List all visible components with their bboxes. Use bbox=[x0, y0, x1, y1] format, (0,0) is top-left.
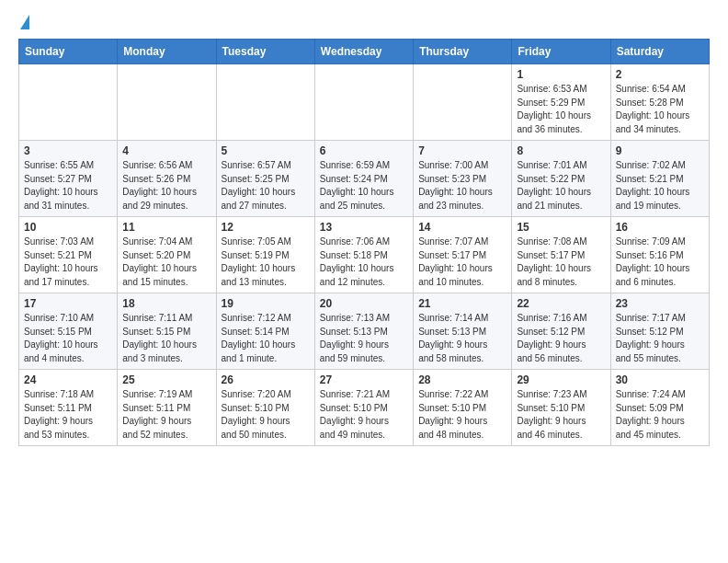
day-number: 19 bbox=[222, 297, 310, 310]
day-info: Sunrise: 7:18 AMSunset: 5:11 PMDaylight:… bbox=[24, 388, 112, 442]
day-info: Sunrise: 7:06 AMSunset: 5:18 PMDaylight:… bbox=[320, 236, 408, 289]
day-info: Sunrise: 7:00 AMSunset: 5:23 PMDaylight:… bbox=[418, 159, 506, 213]
header bbox=[18, 15, 710, 28]
day-info: Sunrise: 7:14 AMSunset: 5:13 PMDaylight:… bbox=[418, 312, 506, 365]
calendar-cell: 7Sunrise: 7:00 AMSunset: 5:23 PMDaylight… bbox=[414, 141, 512, 217]
calendar-week-row: 3Sunrise: 6:55 AMSunset: 5:27 PMDaylight… bbox=[19, 141, 710, 217]
day-number: 13 bbox=[320, 221, 408, 234]
day-number: 21 bbox=[418, 297, 506, 310]
day-number: 7 bbox=[418, 144, 506, 157]
day-number: 2 bbox=[616, 68, 704, 81]
weekday-header-friday: Friday bbox=[512, 40, 610, 64]
day-info: Sunrise: 7:11 AMSunset: 5:15 PMDaylight:… bbox=[122, 312, 210, 365]
day-number: 24 bbox=[24, 373, 112, 386]
day-number: 3 bbox=[24, 144, 112, 157]
day-info: Sunrise: 7:07 AMSunset: 5:17 PMDaylight:… bbox=[418, 236, 506, 289]
day-info: Sunrise: 6:54 AMSunset: 5:28 PMDaylight:… bbox=[616, 83, 704, 136]
weekday-header-monday: Monday bbox=[118, 40, 216, 64]
weekday-header-saturday: Saturday bbox=[610, 40, 709, 64]
weekday-header-sunday: Sunday bbox=[19, 40, 118, 64]
calendar-cell: 18Sunrise: 7:11 AMSunset: 5:15 PMDayligh… bbox=[118, 293, 216, 370]
day-number: 29 bbox=[517, 373, 605, 386]
day-number: 6 bbox=[320, 144, 408, 157]
calendar-week-row: 17Sunrise: 7:10 AMSunset: 5:15 PMDayligh… bbox=[19, 293, 710, 370]
day-number: 25 bbox=[122, 373, 210, 386]
calendar-cell bbox=[414, 64, 512, 141]
weekday-header-thursday: Thursday bbox=[414, 40, 512, 64]
day-info: Sunrise: 7:20 AMSunset: 5:10 PMDaylight:… bbox=[222, 388, 310, 442]
calendar-cell: 25Sunrise: 7:19 AMSunset: 5:11 PMDayligh… bbox=[118, 370, 216, 446]
calendar-cell: 30Sunrise: 7:24 AMSunset: 5:09 PMDayligh… bbox=[610, 370, 709, 446]
weekday-header-tuesday: Tuesday bbox=[216, 40, 314, 64]
calendar-cell: 9Sunrise: 7:02 AMSunset: 5:21 PMDaylight… bbox=[610, 141, 709, 217]
day-number: 15 bbox=[517, 221, 605, 234]
calendar-header-row: SundayMondayTuesdayWednesdayThursdayFrid… bbox=[19, 40, 710, 64]
calendar-cell: 27Sunrise: 7:21 AMSunset: 5:10 PMDayligh… bbox=[314, 370, 413, 446]
day-number: 17 bbox=[24, 297, 112, 310]
day-info: Sunrise: 7:21 AMSunset: 5:10 PMDaylight:… bbox=[320, 388, 408, 442]
calendar-cell: 12Sunrise: 7:05 AMSunset: 5:19 PMDayligh… bbox=[216, 217, 314, 293]
day-number: 30 bbox=[616, 373, 704, 386]
day-number: 28 bbox=[418, 373, 506, 386]
day-info: Sunrise: 7:13 AMSunset: 5:13 PMDaylight:… bbox=[320, 312, 408, 365]
day-info: Sunrise: 7:12 AMSunset: 5:14 PMDaylight:… bbox=[222, 312, 310, 365]
day-info: Sunrise: 7:24 AMSunset: 5:09 PMDaylight:… bbox=[616, 388, 704, 442]
day-info: Sunrise: 7:04 AMSunset: 5:20 PMDaylight:… bbox=[122, 236, 210, 289]
calendar-cell: 15Sunrise: 7:08 AMSunset: 5:17 PMDayligh… bbox=[512, 217, 610, 293]
calendar-cell: 21Sunrise: 7:14 AMSunset: 5:13 PMDayligh… bbox=[414, 293, 512, 370]
calendar-cell bbox=[118, 64, 216, 141]
day-number: 22 bbox=[517, 297, 605, 310]
calendar-cell: 5Sunrise: 6:57 AMSunset: 5:25 PMDaylight… bbox=[216, 141, 314, 217]
calendar-cell: 17Sunrise: 7:10 AMSunset: 5:15 PMDayligh… bbox=[19, 293, 118, 370]
logo-text bbox=[18, 15, 29, 28]
calendar-cell: 6Sunrise: 6:59 AMSunset: 5:24 PMDaylight… bbox=[314, 141, 413, 217]
day-info: Sunrise: 7:23 AMSunset: 5:10 PMDaylight:… bbox=[517, 388, 605, 442]
calendar-cell: 11Sunrise: 7:04 AMSunset: 5:20 PMDayligh… bbox=[118, 217, 216, 293]
logo bbox=[18, 15, 29, 28]
day-number: 26 bbox=[222, 373, 310, 386]
day-info: Sunrise: 6:55 AMSunset: 5:27 PMDaylight:… bbox=[24, 159, 112, 213]
day-info: Sunrise: 6:57 AMSunset: 5:25 PMDaylight:… bbox=[222, 159, 310, 213]
day-info: Sunrise: 7:02 AMSunset: 5:21 PMDaylight:… bbox=[616, 159, 704, 213]
day-number: 16 bbox=[616, 221, 704, 234]
day-info: Sunrise: 7:17 AMSunset: 5:12 PMDaylight:… bbox=[616, 312, 704, 365]
day-info: Sunrise: 7:03 AMSunset: 5:21 PMDaylight:… bbox=[24, 236, 112, 289]
calendar-cell: 8Sunrise: 7:01 AMSunset: 5:22 PMDaylight… bbox=[512, 141, 610, 217]
calendar-cell bbox=[19, 64, 118, 141]
calendar-cell bbox=[216, 64, 314, 141]
day-info: Sunrise: 7:10 AMSunset: 5:15 PMDaylight:… bbox=[24, 312, 112, 365]
calendar-cell bbox=[314, 64, 413, 141]
day-number: 18 bbox=[122, 297, 210, 310]
day-number: 12 bbox=[222, 221, 310, 234]
page: SundayMondayTuesdayWednesdayThursdayFrid… bbox=[0, 0, 728, 461]
day-number: 20 bbox=[320, 297, 408, 310]
calendar-cell: 13Sunrise: 7:06 AMSunset: 5:18 PMDayligh… bbox=[314, 217, 413, 293]
day-number: 14 bbox=[418, 221, 506, 234]
calendar-cell: 26Sunrise: 7:20 AMSunset: 5:10 PMDayligh… bbox=[216, 370, 314, 446]
day-info: Sunrise: 7:09 AMSunset: 5:16 PMDaylight:… bbox=[616, 236, 704, 289]
calendar-week-row: 24Sunrise: 7:18 AMSunset: 5:11 PMDayligh… bbox=[19, 370, 710, 446]
calendar-cell: 20Sunrise: 7:13 AMSunset: 5:13 PMDayligh… bbox=[314, 293, 413, 370]
day-number: 1 bbox=[517, 68, 605, 81]
calendar-cell: 23Sunrise: 7:17 AMSunset: 5:12 PMDayligh… bbox=[610, 293, 709, 370]
day-number: 5 bbox=[222, 144, 310, 157]
calendar-cell: 28Sunrise: 7:22 AMSunset: 5:10 PMDayligh… bbox=[414, 370, 512, 446]
day-info: Sunrise: 7:22 AMSunset: 5:10 PMDaylight:… bbox=[418, 388, 506, 442]
day-info: Sunrise: 7:05 AMSunset: 5:19 PMDaylight:… bbox=[222, 236, 310, 289]
calendar-cell: 29Sunrise: 7:23 AMSunset: 5:10 PMDayligh… bbox=[512, 370, 610, 446]
calendar-cell: 2Sunrise: 6:54 AMSunset: 5:28 PMDaylight… bbox=[610, 64, 709, 141]
day-number: 10 bbox=[24, 221, 112, 234]
day-number: 9 bbox=[616, 144, 704, 157]
calendar-cell: 4Sunrise: 6:56 AMSunset: 5:26 PMDaylight… bbox=[118, 141, 216, 217]
calendar-cell: 24Sunrise: 7:18 AMSunset: 5:11 PMDayligh… bbox=[19, 370, 118, 446]
day-info: Sunrise: 7:01 AMSunset: 5:22 PMDaylight:… bbox=[517, 159, 605, 213]
calendar-cell: 10Sunrise: 7:03 AMSunset: 5:21 PMDayligh… bbox=[19, 217, 118, 293]
day-info: Sunrise: 6:53 AMSunset: 5:29 PMDaylight:… bbox=[517, 83, 605, 136]
weekday-header-wednesday: Wednesday bbox=[314, 40, 413, 64]
day-info: Sunrise: 6:59 AMSunset: 5:24 PMDaylight:… bbox=[320, 159, 408, 213]
day-info: Sunrise: 7:19 AMSunset: 5:11 PMDaylight:… bbox=[122, 388, 210, 442]
calendar-cell: 22Sunrise: 7:16 AMSunset: 5:12 PMDayligh… bbox=[512, 293, 610, 370]
logo-triangle-icon bbox=[20, 15, 29, 29]
day-number: 27 bbox=[320, 373, 408, 386]
calendar-week-row: 10Sunrise: 7:03 AMSunset: 5:21 PMDayligh… bbox=[19, 217, 710, 293]
